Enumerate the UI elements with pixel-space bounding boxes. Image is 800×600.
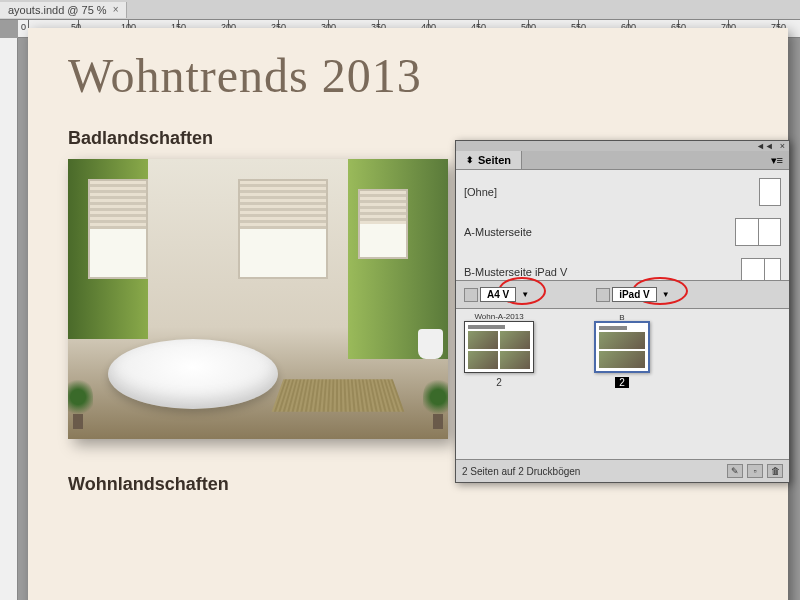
master-page-label: B-Musterseite iPad V xyxy=(464,266,567,278)
layout-selector-bar: A4 V ▼ iPad V ▼ xyxy=(456,280,789,309)
page-thumbnail-group[interactable]: Wohn-A-2013 2 xyxy=(464,321,534,388)
chevron-down-icon[interactable]: ▼ xyxy=(518,290,532,299)
master-pages-list[interactable]: [Ohne] A-Musterseite B-Musterseite iPad … xyxy=(456,170,789,280)
pages-thumbnails-area[interactable]: Wohn-A-2013 2 B 2 xyxy=(456,309,789,459)
layout-name: iPad V xyxy=(612,287,657,302)
document-tab-label: ayouts.indd @ 75 % xyxy=(8,4,107,16)
chevron-down-icon[interactable]: ▼ xyxy=(659,290,673,299)
edit-page-icon[interactable]: ✎ xyxy=(727,464,743,478)
panel-menu-icon[interactable]: ▾≡ xyxy=(765,154,789,167)
page-title[interactable]: Wohntrends 2013 xyxy=(68,48,788,103)
master-page-item[interactable]: [Ohne] xyxy=(464,178,781,206)
panel-footer: 2 Seiten auf 2 Druckbögen ✎ ▫ 🗑 xyxy=(456,459,789,482)
master-thumbnail[interactable] xyxy=(735,218,781,246)
layout-selector[interactable]: iPad V ▼ xyxy=(596,287,673,302)
vertical-ruler[interactable] xyxy=(0,38,18,600)
document-tab[interactable]: ayouts.indd @ 75 % × xyxy=(0,2,127,18)
panel-tab-label: Seiten xyxy=(478,154,511,166)
document-tab-bar: ayouts.indd @ 75 % × xyxy=(0,0,800,20)
layout-selector[interactable]: A4 V ▼ xyxy=(464,287,532,302)
panel-tab-pages[interactable]: Seiten xyxy=(456,151,522,169)
delete-page-icon[interactable]: 🗑 xyxy=(767,464,783,478)
layout-name: A4 V xyxy=(480,287,516,302)
page-thumbnail[interactable]: Wohn-A-2013 xyxy=(464,321,534,373)
page-number: 2 xyxy=(496,377,502,388)
master-page-label: [Ohne] xyxy=(464,186,497,198)
master-page-label: A-Musterseite xyxy=(464,226,532,238)
footer-status: 2 Seiten auf 2 Druckbögen xyxy=(462,466,580,477)
thumb-header: Wohn-A-2013 xyxy=(474,312,523,321)
collapse-icon[interactable]: ◄◄ xyxy=(756,141,774,151)
layout-icon xyxy=(596,288,610,302)
master-thumbnail[interactable] xyxy=(759,178,781,206)
page-thumbnail-group[interactable]: B 2 xyxy=(594,321,650,388)
thumb-master-letter: B xyxy=(619,313,624,322)
close-icon[interactable]: × xyxy=(113,4,119,15)
panel-controls: ◄◄ × xyxy=(456,141,789,151)
bathroom-image[interactable] xyxy=(68,159,448,439)
close-icon[interactable]: × xyxy=(780,141,785,151)
pages-panel[interactable]: ◄◄ × Seiten ▾≡ [Ohne] A-Musterseite B-Mu… xyxy=(455,140,790,483)
page-number: 2 xyxy=(615,377,629,388)
panel-header: Seiten ▾≡ xyxy=(456,151,789,170)
page-thumbnail[interactable]: B xyxy=(594,321,650,373)
master-page-item[interactable]: A-Musterseite xyxy=(464,218,781,246)
layout-icon xyxy=(464,288,478,302)
new-page-icon[interactable]: ▫ xyxy=(747,464,763,478)
